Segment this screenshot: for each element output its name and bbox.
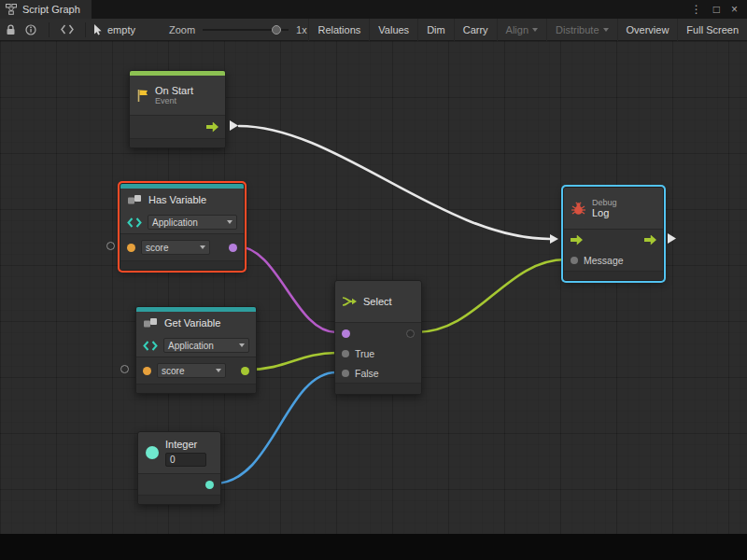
bug-icon <box>571 202 586 216</box>
flow-output-port[interactable] <box>206 122 218 133</box>
variable-name-dropdown[interactable]: score <box>141 240 210 255</box>
selection-status-label: empty <box>107 24 135 35</box>
toolbar-separator <box>85 22 86 37</box>
inspect-button[interactable] <box>21 19 41 41</box>
node-footer <box>138 495 220 504</box>
variable-name-port[interactable] <box>143 367 151 375</box>
select-node[interactable]: Select True False <box>334 280 422 395</box>
lock-icon <box>6 24 16 35</box>
node-footer <box>136 384 256 393</box>
overview-button[interactable]: Overview <box>617 19 678 41</box>
cursor-icon <box>93 24 103 35</box>
wire-true[interactable] <box>248 353 336 370</box>
tab-title: Script Graph <box>22 4 80 15</box>
chevron-down-icon <box>239 343 245 347</box>
integer-output-port[interactable] <box>205 481 214 489</box>
debug-log-node[interactable]: Debug Log Message <box>563 187 664 281</box>
value-output-port[interactable] <box>241 367 249 375</box>
wire-flow[interactable] <box>239 126 550 239</box>
message-input-port[interactable] <box>571 257 578 264</box>
wire-flow-arrowhead <box>550 234 558 244</box>
chevron-down-icon <box>216 369 221 372</box>
graph-icon <box>6 4 17 15</box>
on-start-node[interactable]: On Start Event <box>129 70 226 148</box>
window-maximize-icon[interactable]: □ <box>713 3 720 16</box>
variable-name-port[interactable] <box>127 244 135 252</box>
canvas-bottom-strip <box>0 534 747 560</box>
toolbar-separator <box>49 22 49 37</box>
flag-icon <box>136 89 149 103</box>
integer-node[interactable]: Integer 0 <box>137 431 221 505</box>
false-port-label: False <box>355 368 379 379</box>
full-screen-button[interactable]: Full Screen <box>677 19 747 41</box>
true-port-label: True <box>355 348 374 359</box>
node-footer <box>335 383 421 394</box>
flow-wire-start-arrow-icon <box>230 120 238 131</box>
info-icon <box>25 24 36 35</box>
zoom-slider-handle[interactable] <box>272 25 281 35</box>
graph-toolbar: empty Zoom 1x Relations Values Dim Carry… <box>0 19 747 41</box>
window-menu-icon[interactable]: ⋮ <box>691 3 702 16</box>
node-footer <box>120 260 244 270</box>
zoom-value: 1x <box>296 24 307 35</box>
variable-scope-dropdown[interactable]: Application <box>148 215 237 230</box>
node-title: Get Variable <box>164 317 220 329</box>
wire-result[interactable] <box>416 259 566 332</box>
chevron-down-icon <box>200 245 205 249</box>
chevron-down-icon <box>603 28 609 32</box>
flow-wire-continue-arrow-icon <box>668 233 676 244</box>
variables-icon <box>127 194 143 205</box>
node-title: Log <box>592 207 617 219</box>
node-subtitle: Event <box>155 96 193 105</box>
node-footer <box>130 138 225 147</box>
selection-output-port[interactable] <box>406 329 415 338</box>
tab-script-graph[interactable]: Script Graph <box>0 0 92 19</box>
result-output-port[interactable] <box>229 244 237 252</box>
node-title: Has Variable <box>148 194 206 205</box>
node-footer <box>564 271 663 280</box>
integer-value-field[interactable]: 0 <box>165 453 206 467</box>
unconnected-input-ring[interactable] <box>106 242 115 250</box>
window-titlebar: Script Graph ⋮ □ × <box>0 0 747 19</box>
node-title: Integer <box>165 439 206 451</box>
flow-input-port[interactable] <box>571 235 583 245</box>
zoom-label: Zoom <box>169 24 195 35</box>
dim-button[interactable]: Dim <box>417 19 454 41</box>
zoom-slider[interactable] <box>203 19 289 41</box>
false-input-port[interactable] <box>342 370 349 377</box>
selection-status: empty <box>93 24 135 35</box>
align-button[interactable]: Align <box>497 19 546 41</box>
node-title: On Start <box>155 85 193 97</box>
integer-icon <box>145 445 160 460</box>
graph-canvas[interactable]: On Start Event Has Variable <box>0 41 747 534</box>
select-icon <box>342 295 358 308</box>
angle-brackets-icon <box>61 24 74 35</box>
carry-button[interactable]: Carry <box>454 19 497 41</box>
variable-scope-dropdown[interactable]: Application <box>163 338 249 353</box>
flow-output-port[interactable] <box>644 235 656 245</box>
message-port-label: Message <box>584 255 624 266</box>
has-variable-node[interactable]: Has Variable Application score <box>120 183 245 271</box>
node-title: Select <box>363 296 392 307</box>
relations-button[interactable]: Relations <box>308 19 369 41</box>
lock-button[interactable] <box>0 19 21 41</box>
ports-button[interactable] <box>57 19 78 41</box>
node-category: Debug <box>592 198 617 207</box>
variable-kind-icon <box>127 217 142 228</box>
chevron-down-icon <box>532 28 538 32</box>
chevron-down-icon <box>227 220 233 224</box>
window-close-icon[interactable]: × <box>731 3 738 16</box>
values-button[interactable]: Values <box>369 19 417 41</box>
get-variable-node[interactable]: Get Variable Application score <box>135 306 257 394</box>
variable-name-dropdown[interactable]: score <box>157 363 226 378</box>
distribute-button[interactable]: Distribute <box>546 19 616 41</box>
unconnected-input-ring[interactable] <box>120 365 129 373</box>
condition-input-port[interactable] <box>342 329 350 338</box>
variable-kind-icon <box>143 341 158 351</box>
true-input-port[interactable] <box>342 350 349 357</box>
variables-icon <box>143 317 159 329</box>
